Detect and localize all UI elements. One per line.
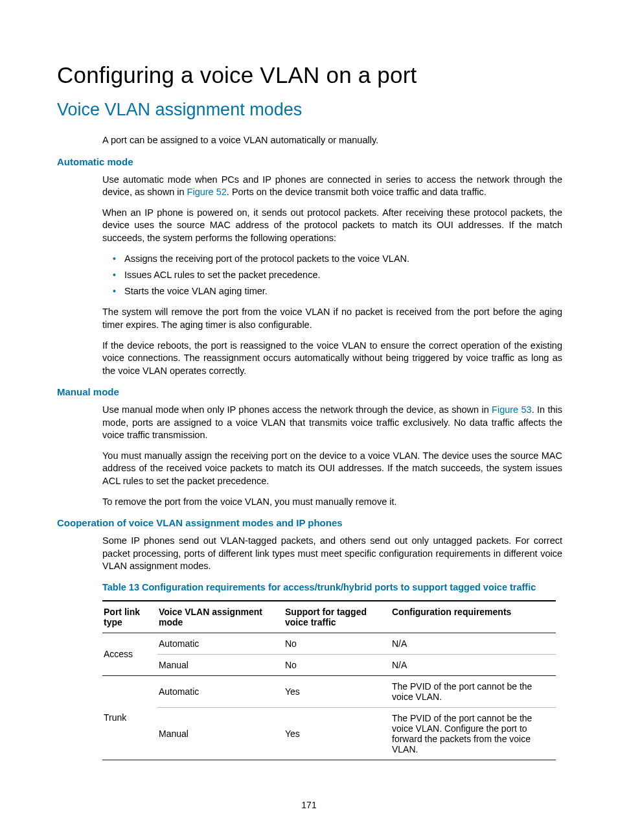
config-requirements-table: Port link type Voice VLAN assignment mod… (102, 600, 556, 760)
cell-mode: Manual (157, 654, 284, 675)
page-title: Configuring a voice VLAN on a port (57, 62, 561, 88)
table-row: Access Automatic No N/A (102, 633, 556, 654)
subheading-automatic: Automatic mode (57, 156, 561, 167)
manual-p3: To remove the port from the voice VLAN, … (102, 496, 562, 509)
list-item: Issues ACL rules to set the packet prece… (124, 268, 562, 282)
cell-support: Yes (284, 707, 391, 760)
manual-p2: You must manually assign the receiving p… (102, 450, 562, 488)
table-row: Manual Yes The PVID of the port cannot b… (102, 707, 556, 760)
figure-52-link[interactable]: Figure 52 (187, 187, 227, 197)
page-number: 171 (0, 800, 618, 810)
table-row: Trunk Automatic Yes The PVID of the port… (102, 675, 556, 707)
cell-linktype-trunk: Trunk (102, 675, 157, 760)
auto-p1-b: . Ports on the device transmit both voic… (227, 187, 486, 197)
cell-support: No (284, 633, 391, 654)
section-heading: Voice VLAN assignment modes (57, 100, 561, 120)
th-linktype: Port link type (102, 601, 157, 633)
cell-mode: Automatic (157, 675, 284, 707)
list-item: Starts the voice VLAN aging timer. (124, 285, 562, 298)
cell-support: No (284, 654, 391, 675)
auto-p2: When an IP phone is powered on, it sends… (102, 207, 562, 245)
cell-linktype-access: Access (102, 633, 157, 675)
coop-block: Some IP phones send out VLAN-tagged pack… (102, 535, 562, 760)
cell-req: The PVID of the port cannot be the voice… (391, 675, 556, 707)
page: Configuring a voice VLAN on a port Voice… (0, 0, 618, 840)
subheading-manual: Manual mode (57, 386, 561, 397)
cell-req: N/A (391, 633, 556, 654)
figure-53-link[interactable]: Figure 53 (492, 404, 532, 415)
auto-p1: Use automatic mode when PCs and IP phone… (102, 174, 562, 199)
table-header-row: Port link type Voice VLAN assignment mod… (102, 601, 556, 633)
list-item: Assigns the receiving port of the protoc… (124, 252, 562, 266)
auto-p3: The system will remove the port from the… (102, 306, 562, 331)
cell-support: Yes (284, 675, 391, 707)
table-row: Manual No N/A (102, 654, 556, 675)
cell-mode: Automatic (157, 633, 284, 654)
subheading-cooperation: Cooperation of voice VLAN assignment mod… (57, 517, 561, 528)
th-mode: Voice VLAN assignment mode (157, 601, 284, 633)
coop-p1: Some IP phones send out VLAN-tagged pack… (102, 535, 562, 573)
manual-p1: Use manual mode when only IP phones acce… (102, 404, 562, 442)
manual-block: Use manual mode when only IP phones acce… (102, 404, 562, 508)
th-support: Support for tagged voice traffic (284, 601, 391, 633)
automatic-block: Use automatic mode when PCs and IP phone… (102, 174, 562, 378)
cell-req: N/A (391, 654, 556, 675)
auto-ops-list: Assigns the receiving port of the protoc… (102, 252, 562, 298)
auto-p4: If the device reboots, the port is reass… (102, 340, 562, 378)
th-req: Configuration requirements (391, 601, 556, 633)
intro-paragraph: A port can be assigned to a voice VLAN a… (102, 134, 562, 147)
intro-block: A port can be assigned to a voice VLAN a… (102, 134, 562, 147)
table-caption: Table 13 Configuration requirements for … (102, 582, 562, 592)
cell-req: The PVID of the port cannot be the voice… (391, 707, 556, 760)
cell-mode: Manual (157, 707, 284, 760)
manual-p1-a: Use manual mode when only IP phones acce… (102, 404, 492, 415)
